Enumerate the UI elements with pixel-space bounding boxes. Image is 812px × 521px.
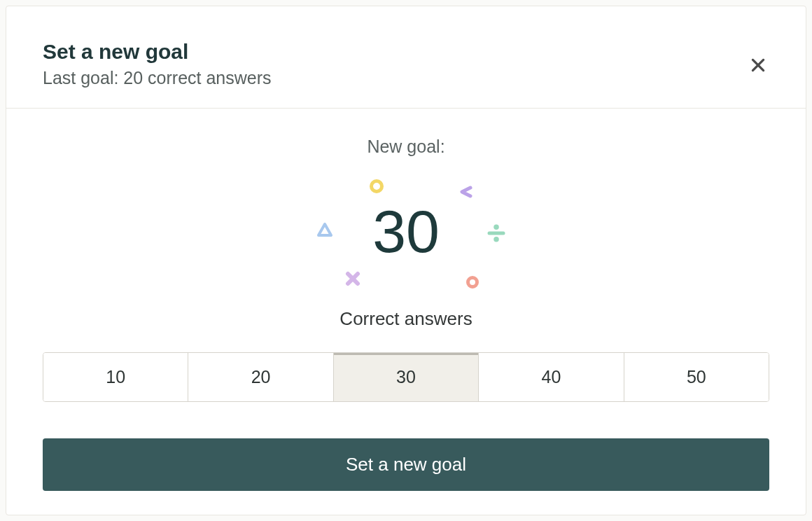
svg-rect-4 bbox=[488, 232, 505, 235]
modal-header: Set a new goal Last goal: 20 correct ans… bbox=[6, 6, 806, 109]
divide-icon bbox=[486, 223, 507, 246]
modal-title: Set a new goal bbox=[43, 40, 769, 64]
svg-marker-2 bbox=[318, 224, 331, 235]
goal-option-40[interactable]: 40 bbox=[479, 353, 624, 401]
set-goal-button[interactable]: Set a new goal bbox=[43, 438, 769, 491]
goal-display: 30 bbox=[294, 168, 518, 294]
goal-option-30[interactable]: 30 bbox=[334, 353, 479, 401]
circle-icon bbox=[466, 276, 479, 289]
circle-icon bbox=[370, 179, 384, 193]
goal-option-10[interactable]: 10 bbox=[43, 353, 188, 401]
modal-subtitle: Last goal: 20 correct answers bbox=[43, 68, 769, 88]
correct-answers-label: Correct answers bbox=[340, 308, 472, 330]
new-goal-label: New goal: bbox=[367, 137, 444, 157]
goal-options-group: 10 20 30 40 50 bbox=[43, 352, 769, 402]
goal-option-50[interactable]: 50 bbox=[624, 353, 769, 401]
close-icon bbox=[749, 56, 767, 74]
modal-footer: Set a new goal bbox=[6, 402, 806, 521]
svg-point-5 bbox=[493, 237, 499, 242]
goal-value: 30 bbox=[372, 201, 440, 261]
svg-point-3 bbox=[493, 225, 499, 230]
goal-option-20[interactable]: 20 bbox=[188, 353, 333, 401]
close-button[interactable] bbox=[747, 54, 769, 76]
less-than-icon bbox=[458, 183, 475, 203]
multiply-icon bbox=[344, 270, 361, 290]
modal-body: New goal: bbox=[6, 109, 806, 402]
goal-modal: Set a new goal Last goal: 20 correct ans… bbox=[6, 6, 806, 515]
